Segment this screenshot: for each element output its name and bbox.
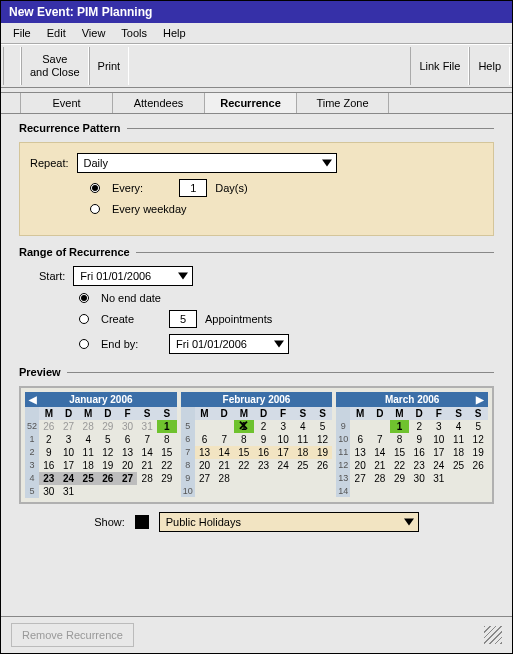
calendar-day[interactable]: 4 bbox=[293, 420, 313, 433]
calendar-day[interactable]: 7 bbox=[214, 433, 234, 446]
calendar-day[interactable]: 28 bbox=[370, 472, 390, 485]
calendar-day[interactable]: 19 bbox=[313, 446, 333, 459]
every-value-input[interactable]: 1 bbox=[179, 179, 207, 197]
calendar-day[interactable]: 17 bbox=[273, 446, 293, 459]
tab-attendees[interactable]: Attendees bbox=[113, 93, 205, 113]
calendar-day[interactable]: 12 bbox=[98, 446, 118, 459]
calendar-day[interactable]: 1 bbox=[234, 420, 254, 433]
calendar-day[interactable]: 8 bbox=[157, 433, 177, 446]
calendar-day[interactable]: 29 bbox=[390, 472, 410, 485]
calendar-day[interactable]: 26 bbox=[98, 472, 118, 485]
next-month-icon[interactable]: ▶ bbox=[476, 394, 484, 405]
calendar-day[interactable]: 3 bbox=[59, 433, 79, 446]
calendar-day[interactable]: 5 bbox=[98, 433, 118, 446]
calendar-day[interactable]: 15 bbox=[157, 446, 177, 459]
calendar-day[interactable]: 2 bbox=[254, 420, 274, 433]
calendar-day[interactable]: 1 bbox=[390, 420, 410, 433]
calendar-day[interactable]: 26 bbox=[39, 420, 59, 433]
calendar-day[interactable]: 15 bbox=[390, 446, 410, 459]
calendar-day[interactable]: 17 bbox=[59, 459, 79, 472]
create-radio[interactable] bbox=[79, 314, 89, 324]
calendar-day[interactable]: 27 bbox=[350, 472, 370, 485]
calendar-day[interactable]: 9 bbox=[409, 433, 429, 446]
calendar-day[interactable]: 15 bbox=[234, 446, 254, 459]
calendar-day[interactable]: 14 bbox=[137, 446, 157, 459]
calendar-day[interactable]: 28 bbox=[214, 472, 234, 485]
end-by-radio[interactable] bbox=[79, 339, 89, 349]
every-weekday-radio[interactable] bbox=[90, 204, 100, 214]
calendar-day[interactable]: 4 bbox=[78, 433, 98, 446]
calendar-day[interactable]: 2 bbox=[409, 420, 429, 433]
calendar-day[interactable]: 8 bbox=[390, 433, 410, 446]
create-count-input[interactable]: 5 bbox=[169, 310, 197, 328]
calendar-day[interactable]: 23 bbox=[39, 472, 59, 485]
calendar-day[interactable]: 9 bbox=[254, 433, 274, 446]
calendar-day[interactable]: 22 bbox=[234, 459, 254, 472]
menu-edit[interactable]: Edit bbox=[41, 25, 72, 41]
calendar-day[interactable]: 24 bbox=[59, 472, 79, 485]
calendar-day[interactable]: 29 bbox=[98, 420, 118, 433]
calendar-day[interactable]: 25 bbox=[449, 459, 469, 472]
calendar-day[interactable]: 16 bbox=[39, 459, 59, 472]
calendar-day[interactable]: 22 bbox=[390, 459, 410, 472]
calendar-day[interactable]: 12 bbox=[313, 433, 333, 446]
calendar-day[interactable]: 20 bbox=[118, 459, 138, 472]
calendar-day[interactable]: 10 bbox=[59, 446, 79, 459]
calendar-day[interactable]: 3 bbox=[273, 420, 293, 433]
calendar-day[interactable]: 7 bbox=[370, 433, 390, 446]
calendar-day[interactable]: 26 bbox=[313, 459, 333, 472]
show-dropdown[interactable]: Public Holidays bbox=[159, 512, 419, 532]
end-by-dropdown[interactable]: Fri 01/01/2006 bbox=[169, 334, 289, 354]
every-radio[interactable] bbox=[90, 183, 100, 193]
calendar-day[interactable]: 18 bbox=[78, 459, 98, 472]
calendar-day[interactable]: 26 bbox=[468, 459, 488, 472]
calendar-day[interactable]: 31 bbox=[137, 420, 157, 433]
calendar-day[interactable]: 18 bbox=[449, 446, 469, 459]
calendar-day[interactable]: 22 bbox=[157, 459, 177, 472]
calendar-day[interactable]: 11 bbox=[293, 433, 313, 446]
calendar-day[interactable]: 2 bbox=[39, 433, 59, 446]
calendar-day[interactable]: 19 bbox=[98, 459, 118, 472]
calendar-day[interactable]: 6 bbox=[350, 433, 370, 446]
calendar-day[interactable]: 24 bbox=[273, 459, 293, 472]
calendar-day[interactable]: 21 bbox=[370, 459, 390, 472]
calendar-day[interactable]: 30 bbox=[39, 485, 59, 498]
prev-month-icon[interactable]: ◀ bbox=[29, 394, 37, 405]
calendar-day[interactable]: 25 bbox=[293, 459, 313, 472]
tab-event[interactable]: Event bbox=[21, 93, 113, 113]
calendar-day[interactable]: 27 bbox=[195, 472, 215, 485]
calendar-day[interactable]: 7 bbox=[137, 433, 157, 446]
calendar-day[interactable]: 21 bbox=[214, 459, 234, 472]
calendar-day[interactable]: 19 bbox=[468, 446, 488, 459]
calendar-day[interactable]: 14 bbox=[214, 446, 234, 459]
calendar-day[interactable]: 25 bbox=[78, 472, 98, 485]
calendar-day[interactable]: 28 bbox=[78, 420, 98, 433]
calendar-day[interactable]: 16 bbox=[254, 446, 274, 459]
calendar-day[interactable]: 24 bbox=[429, 459, 449, 472]
calendar-day[interactable]: 31 bbox=[429, 472, 449, 485]
menu-help[interactable]: Help bbox=[157, 25, 192, 41]
calendar-day[interactable]: 18 bbox=[293, 446, 313, 459]
repeat-dropdown[interactable]: Daily bbox=[77, 153, 337, 173]
calendar-day[interactable]: 13 bbox=[195, 446, 215, 459]
print-button[interactable]: Print bbox=[89, 47, 130, 85]
remove-recurrence-button[interactable]: Remove Recurrence bbox=[11, 623, 134, 647]
calendar-day[interactable]: 17 bbox=[429, 446, 449, 459]
no-end-date-radio[interactable] bbox=[79, 293, 89, 303]
calendar-day[interactable]: 20 bbox=[195, 459, 215, 472]
menu-tools[interactable]: Tools bbox=[115, 25, 153, 41]
calendar-day[interactable]: 23 bbox=[254, 459, 274, 472]
calendar-day[interactable]: 31 bbox=[59, 485, 79, 498]
calendar-day[interactable]: 30 bbox=[409, 472, 429, 485]
calendar-day[interactable]: 14 bbox=[370, 446, 390, 459]
calendar-day[interactable]: 29 bbox=[157, 472, 177, 485]
calendar-day[interactable]: 4 bbox=[449, 420, 469, 433]
calendar-day[interactable]: 6 bbox=[118, 433, 138, 446]
calendar-day[interactable]: 11 bbox=[449, 433, 469, 446]
calendar-day[interactable]: 3 bbox=[429, 420, 449, 433]
calendar-day[interactable]: 21 bbox=[137, 459, 157, 472]
calendar-day[interactable]: 6 bbox=[195, 433, 215, 446]
calendar-day[interactable]: 9 bbox=[39, 446, 59, 459]
calendar-day[interactable]: 11 bbox=[78, 446, 98, 459]
calendar-day[interactable]: 10 bbox=[273, 433, 293, 446]
